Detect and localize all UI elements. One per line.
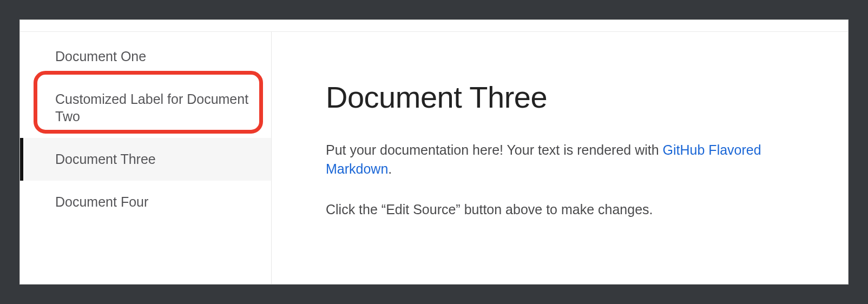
intro-paragraph: Put your documentation here! Your text i…: [326, 141, 810, 179]
sidebar-item-label: Customized Label for Document Two: [55, 91, 248, 123]
sidebar-item-document-one[interactable]: Document One: [20, 35, 271, 78]
top-strip: [20, 20, 848, 32]
app-window: Document One Customized Label for Docume…: [19, 19, 849, 285]
main-content: Document Three Put your documentation he…: [272, 32, 848, 284]
page-title: Document Three: [326, 80, 810, 115]
intro-text-after: .: [388, 161, 392, 176]
content-row: Document One Customized Label for Docume…: [20, 32, 848, 284]
sidebar-item-document-two[interactable]: Customized Label for Document Two: [20, 78, 271, 138]
sidebar: Document One Customized Label for Docume…: [20, 32, 272, 284]
sidebar-item-label: Document Four: [55, 194, 148, 209]
sidebar-item-label: Document One: [55, 49, 146, 64]
sidebar-item-label: Document Three: [55, 151, 156, 167]
sidebar-item-document-four[interactable]: Document Four: [20, 181, 271, 223]
sidebar-item-document-three[interactable]: Document Three: [20, 138, 271, 181]
intro-text-before: Put your documentation here! Your text i…: [326, 142, 663, 157]
edit-hint-paragraph: Click the “Edit Source” button above to …: [326, 200, 810, 219]
